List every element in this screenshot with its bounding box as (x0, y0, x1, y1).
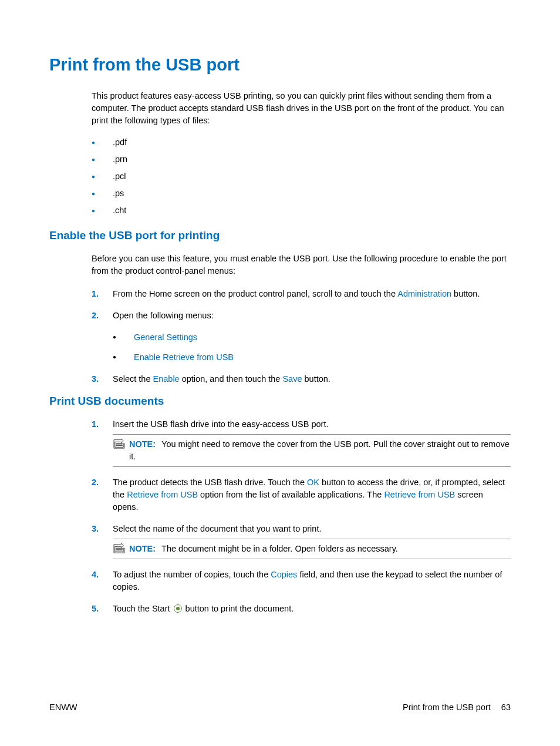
list-item: .cht (92, 206, 511, 215)
note-icon (113, 438, 126, 449)
note-icon (113, 543, 126, 553)
step-item: Select the name of the document that you… (92, 523, 511, 559)
step-text: button. (451, 289, 480, 298)
list-item: .pcl (92, 172, 511, 181)
step-item: Insert the USB flash drive into the easy… (92, 418, 511, 467)
file-types-list: .pdf .prn .pcl .ps .cht (92, 137, 511, 215)
ui-label-copies: Copies (271, 570, 297, 579)
ui-label-ok: OK (307, 478, 319, 487)
step-text: From the Home screen on the product cont… (113, 289, 397, 298)
step-item: Open the following menus: General Settin… (92, 310, 511, 364)
list-item: .prn (92, 154, 511, 164)
menu-list: General Settings Enable Retrieve from US… (113, 331, 511, 364)
intro-paragraph: This product features easy-access USB pr… (92, 90, 511, 127)
step-item: Touch the Start button to print the docu… (92, 603, 511, 615)
list-item: .ps (92, 189, 511, 198)
note-label: NOTE: (129, 439, 156, 449)
step-text: option from the list of available applic… (198, 490, 384, 499)
section2-steps: Insert the USB flash drive into the easy… (92, 418, 511, 615)
list-item: .pdf (92, 137, 511, 147)
footer-page-number: 63 (501, 703, 511, 712)
ui-label-enable: Enable (153, 374, 180, 384)
note-box: NOTE:The document might be in a folder. … (113, 539, 511, 559)
section1-intro: Before you can use this feature, you mus… (92, 253, 511, 277)
note-box: NOTE:You might need to remove the cover … (113, 434, 511, 467)
note-label: NOTE: (129, 544, 156, 553)
step-item: The product detects the USB flash drive.… (92, 476, 511, 513)
step-text: Touch the Start (113, 604, 173, 613)
section-heading-enable: Enable the USB port for printing (49, 229, 511, 242)
step-text: Open the following menus: (113, 311, 214, 320)
ui-label-retrieve-usb: Retrieve from USB (384, 490, 455, 499)
step-text: Select the name of the document that you… (113, 524, 321, 533)
note-text: The document might be in a folder. Open … (161, 544, 398, 553)
step-text: option, and then touch the (180, 374, 283, 384)
section1-steps: From the Home screen on the product cont… (92, 288, 511, 385)
menu-item-general-settings: General Settings (113, 331, 511, 344)
step-text: To adjust the number of copies, touch th… (113, 570, 271, 579)
step-text: The product detects the USB flash drive.… (113, 478, 307, 487)
start-icon (174, 604, 182, 613)
step-item: From the Home screen on the product cont… (92, 288, 511, 300)
menu-item-enable-retrieve: Enable Retrieve from USB (113, 351, 511, 364)
footer-left: ENWW (49, 703, 77, 712)
footer-section-name: Print from the USB port (403, 703, 491, 712)
step-item: To adjust the number of copies, touch th… (92, 569, 511, 593)
ui-label-retrieve-usb: Retrieve from USB (127, 490, 198, 499)
step-item: Select the Enable option, and then touch… (92, 373, 511, 385)
page-title: Print from the USB port (49, 55, 511, 75)
note-text: You might need to remove the cover from … (129, 439, 510, 461)
page-footer: ENWW Print from the USB port 63 (49, 703, 511, 712)
step-text: button to print the document. (183, 604, 294, 613)
ui-label-administration: Administration (397, 289, 451, 298)
ui-label-save: Save (282, 374, 302, 384)
step-text: Select the (113, 374, 153, 384)
section-heading-print: Print USB documents (49, 395, 511, 408)
step-text: Insert the USB flash drive into the easy… (113, 419, 329, 429)
step-text: button. (302, 374, 330, 384)
